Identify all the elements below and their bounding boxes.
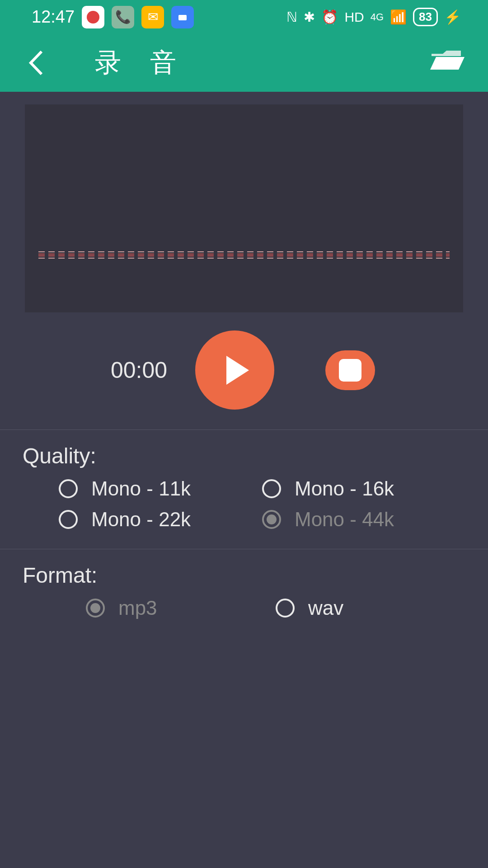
stop-button[interactable] [325, 350, 375, 390]
radio-icon [59, 510, 78, 529]
phone-icon: 📞 [112, 6, 134, 28]
svg-point-0 [87, 11, 99, 24]
status-bar: 12:47 📞 ✉ ℕ ✱ ⏰ HD 4G 📶 83 ⚡ [0, 0, 488, 34]
back-button[interactable] [23, 49, 50, 76]
radio-icon [59, 479, 78, 498]
app-header: 录 音 [0, 34, 488, 92]
radio-icon [276, 599, 295, 618]
chevron-left-icon [27, 49, 45, 76]
format-label: Format: [23, 563, 465, 588]
alarm-icon: ⏰ [321, 9, 338, 25]
radio-label: mp3 [118, 597, 157, 619]
svg-rect-1 [178, 15, 187, 20]
radio-selected-icon [86, 599, 105, 618]
app-icon-1 [82, 6, 104, 28]
quality-option-44k[interactable]: Mono - 44k [262, 508, 465, 531]
stop-icon [339, 359, 361, 382]
radio-label: Mono - 44k [295, 508, 394, 531]
radio-label: Mono - 22k [91, 508, 191, 531]
radio-label: Mono - 11k [91, 477, 191, 500]
radio-selected-icon [262, 510, 281, 529]
battery-level: 83 [413, 8, 438, 26]
radio-icon [262, 479, 281, 498]
bluetooth-icon: ✱ [304, 9, 315, 25]
quality-section: Quality: Mono - 11k Mono - 16k Mono - 22… [0, 429, 488, 544]
time-display: 00:00 [111, 357, 167, 383]
format-section: Format: mp3 wav [0, 549, 488, 633]
playback-controls: 00:00 [0, 330, 488, 410]
charging-icon: ⚡ [444, 9, 461, 25]
signal-icon: 📶 [390, 9, 407, 25]
waveform-display [25, 104, 463, 312]
quality-option-22k[interactable]: Mono - 22k [59, 508, 262, 531]
radio-label: Mono - 16k [295, 477, 394, 500]
network-label: 4G [371, 11, 384, 23]
format-option-mp3[interactable]: mp3 [86, 597, 276, 619]
quality-option-16k[interactable]: Mono - 16k [262, 477, 465, 500]
format-option-wav[interactable]: wav [276, 597, 465, 619]
folder-icon [429, 47, 465, 74]
play-icon [226, 356, 249, 385]
quality-option-11k[interactable]: Mono - 11k [59, 477, 262, 500]
radio-label: wav [308, 597, 343, 619]
hd-label: HD [344, 9, 364, 25]
status-time: 12:47 [32, 7, 75, 27]
mail-icon: ✉ [141, 6, 164, 28]
page-title: 录 音 [95, 45, 187, 80]
app-icon-2 [171, 6, 194, 28]
quality-label: Quality: [23, 443, 465, 468]
folder-button[interactable] [429, 47, 465, 79]
play-button[interactable] [195, 330, 274, 410]
nfc-icon: ℕ [286, 9, 297, 25]
